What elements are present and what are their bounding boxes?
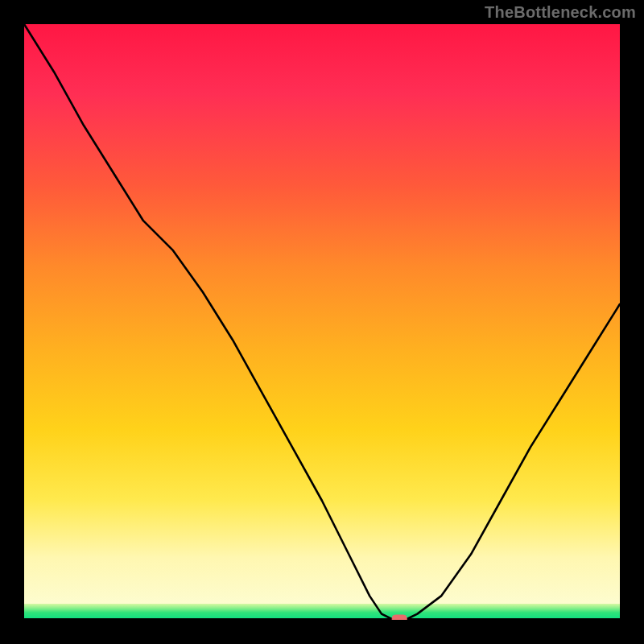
chart-frame: TheBottleneck.com — [0, 0, 644, 644]
watermark-text: TheBottleneck.com — [485, 3, 636, 22]
bottleneck-curve — [24, 24, 620, 620]
plot-area — [24, 24, 620, 620]
chart-svg — [24, 24, 620, 620]
optimal-point-marker — [392, 615, 407, 620]
